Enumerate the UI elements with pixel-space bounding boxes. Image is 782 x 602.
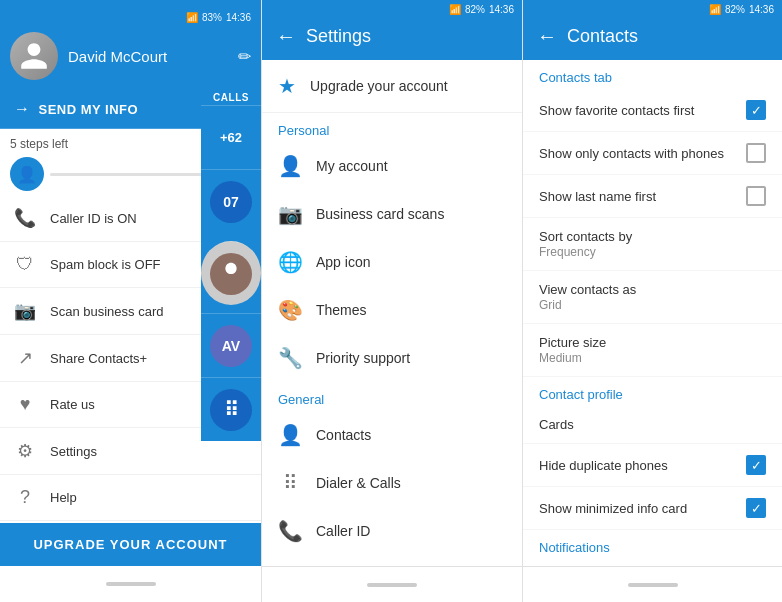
call-avatar-2: 07 [210,181,252,223]
spam-block-label: Spam block is OFF [50,257,161,272]
help-icon: ? [14,487,36,508]
signal-icon: 📶 [186,12,198,23]
panel-middle: 📶 82% 14:36 ← Settings ★ Upgrade your ac… [261,0,522,602]
panel1-header: 📶 83% 14:36 David McCourt ✏ [0,0,261,90]
upgrade-button[interactable]: UPGRADE YOUR ACCOUNT [0,523,261,566]
show-last-name-item[interactable]: Show last name first [523,175,782,218]
contacts-label: Contacts [316,427,371,443]
call-item-1[interactable]: +62 [201,105,261,169]
share-contacts-label: Share Contacts+ [50,351,147,366]
call-item-3[interactable] [201,241,261,305]
view-contacts-item[interactable]: View contacts as Grid [523,271,782,324]
call-avatar-4: AV [210,325,252,367]
avatar[interactable] [10,32,58,80]
battery-text-2: 82% [465,4,485,15]
upgrade-account-item[interactable]: ★ Upgrade your account [262,60,522,113]
bday-notif-item[interactable]: Birthdays notification ✓ [523,559,782,566]
shield-icon: 🛡 [14,254,36,275]
camera-icon-2: 📷 [278,202,302,226]
phone-icon-2: 📞 [278,519,302,543]
panel3-title: Contacts [567,26,638,47]
view-contacts-label: View contacts as [539,282,766,297]
rate-us-label: Rate us [50,397,95,412]
wrench-icon: 🔧 [278,346,302,370]
contacts-icon: 👤 [278,423,302,447]
settings-contacts[interactable]: 👤 Contacts [262,411,522,459]
settings-label: Settings [50,444,97,459]
profile-row: David McCourt ✏ [10,32,251,80]
themes-label: Themes [316,302,367,318]
call-dialpad-btn[interactable]: ⠿ [201,377,261,441]
show-last-name-label: Show last name first [539,189,746,204]
show-last-name-checkbox[interactable] [746,186,766,206]
call-avatar-3 [210,253,252,295]
show-min-info-checkbox[interactable]: ✓ [746,498,766,518]
call-item-2[interactable]: 07 [201,169,261,233]
hide-dup-phones-item[interactable]: Hide duplicate phones ✓ [523,444,782,487]
picture-size-label: Picture size [539,335,766,350]
show-fav-first-checkbox[interactable]: ✓ [746,100,766,120]
settings-dialer[interactable]: ⠿ Dialer & Calls [262,459,522,507]
show-min-info-item[interactable]: Show minimized info card ✓ [523,487,782,530]
cards-label: Cards [539,417,766,432]
help-label: Help [50,490,77,505]
calls-panel: CALLS +62 07 AV ⠿ [201,86,261,441]
cards-item[interactable]: Cards [523,406,782,444]
nav-pill-3 [628,583,678,587]
back-button-2[interactable]: ← [276,25,296,48]
settings-my-account[interactable]: 👤 My account [262,142,522,190]
palette-icon: 🎨 [278,298,302,322]
account-icon: 👤 [278,154,302,178]
status-bar-1: 📶 83% 14:36 [10,8,251,26]
dialpad-icon: ⠿ [210,389,252,431]
star-icon: ★ [278,74,296,98]
section-general: General [262,382,522,411]
step-progress-bar [50,173,211,176]
settings-biz-card[interactable]: 📷 Business card scans [262,190,522,238]
call-number-1: +62 [220,130,242,145]
menu-item-help[interactable]: ? Help [0,475,261,521]
heart-icon: ♥ [14,394,36,415]
show-only-phones-item[interactable]: Show only contacts with phones [523,132,782,175]
contact-profile-label: Contact profile [523,377,782,406]
nav-pill-2 [367,583,417,587]
settings-priority-support[interactable]: 🔧 Priority support [262,334,522,382]
settings-themes[interactable]: 🎨 Themes [262,286,522,334]
show-only-phones-label: Show only contacts with phones [539,146,746,161]
share-icon: ↗ [14,347,36,369]
sort-contacts-value: Frequency [539,245,766,259]
step-icon-contact[interactable]: 👤 [10,157,44,191]
show-only-phones-checkbox[interactable] [746,143,766,163]
upgrade-account-label: Upgrade your account [310,78,448,94]
app-icon-label: App icon [316,254,370,270]
panel2-content: ★ Upgrade your account Personal 👤 My acc… [262,60,522,566]
settings-icon: ⚙ [14,440,36,462]
picture-size-item[interactable]: Picture size Medium [523,324,782,377]
caller-id-label: Caller ID is ON [50,211,137,226]
send-arrow-icon: → [14,100,31,118]
show-fav-first-item[interactable]: Show favorite contacts first ✓ [523,89,782,132]
panel-left: 📶 83% 14:36 David McCourt ✏ → SEND MY IN… [0,0,261,602]
camera-icon: 📷 [14,300,36,322]
back-button-3[interactable]: ← [537,25,557,48]
edit-icon[interactable]: ✏ [238,47,251,66]
globe-icon: 🌐 [278,250,302,274]
settings-app-icon[interactable]: 🌐 App icon [262,238,522,286]
scan-card-label: Scan business card [50,304,163,319]
settings-caller-id[interactable]: 📞 Caller ID [262,507,522,555]
sort-contacts-item[interactable]: Sort contacts by Frequency [523,218,782,271]
panel-right: 📶 82% 14:36 ← Contacts Contacts tab Show… [522,0,782,602]
nav-bar-1 [0,566,261,602]
hide-dup-phones-checkbox[interactable]: ✓ [746,455,766,475]
call-item-4[interactable]: AV [201,313,261,377]
panel3-title-row: ← Contacts [523,17,782,60]
time-text-3: 14:36 [749,4,774,15]
my-account-label: My account [316,158,388,174]
panel2-header: 📶 82% 14:36 ← Settings [262,0,522,60]
show-fav-first-label: Show favorite contacts first [539,103,746,118]
dialer-calls-label: Dialer & Calls [316,475,401,491]
battery-text-3: 82% [725,4,745,15]
show-min-info-label: Show minimized info card [539,501,746,516]
panel3-header: 📶 82% 14:36 ← Contacts [523,0,782,60]
time-text: 14:36 [226,12,251,23]
